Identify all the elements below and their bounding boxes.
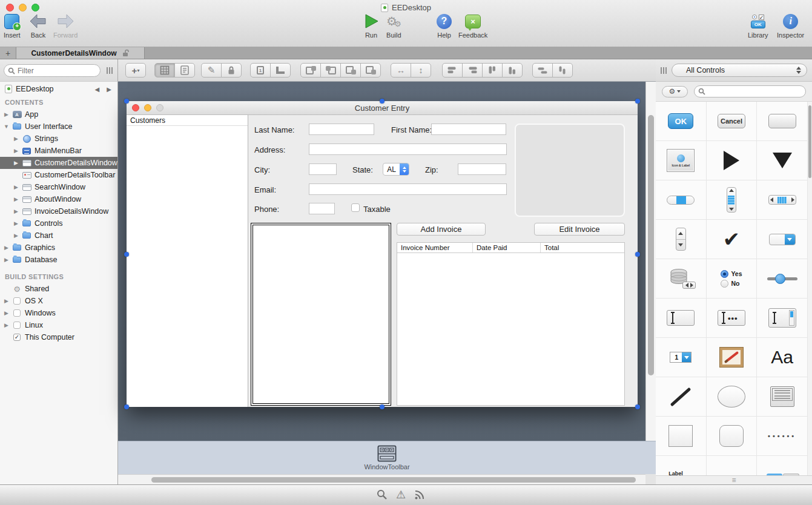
library-item-rounded-rectangle[interactable] <box>707 417 758 456</box>
nav-back-icon[interactable]: ◀ <box>95 86 100 93</box>
disclosure-icon[interactable]: ▼ <box>4 124 9 130</box>
sidebar-item-shared[interactable]: ▶⚙Shared <box>0 283 117 295</box>
disclosure-icon[interactable]: ▶ <box>13 136 19 142</box>
total-column[interactable]: Total <box>541 243 624 252</box>
sidebar-item-searchwindow[interactable]: ▶SearchWindow <box>0 181 117 193</box>
customers-listbox[interactable]: Customers <box>127 115 248 407</box>
filter-input[interactable] <box>18 67 84 75</box>
sidebar-item-controls[interactable]: ▶Controls <box>0 217 117 229</box>
sidebar-item-mainmenubar[interactable]: ▶MainMenuBar <box>0 145 117 157</box>
last-name-field[interactable] <box>309 124 374 135</box>
disclosure-icon[interactable]: ▶ <box>4 245 9 251</box>
new-tab-button[interactable]: + <box>0 47 16 59</box>
selection-handle[interactable] <box>635 99 640 104</box>
sidebar-item-customerdetailstoolbar[interactable]: ▶CustomerDetailsToolbar <box>0 169 117 181</box>
library-item-oval[interactable] <box>707 377 758 417</box>
align-top-button[interactable] <box>482 63 503 78</box>
phone-field[interactable] <box>309 203 335 214</box>
selection-handle[interactable] <box>124 99 129 104</box>
inspector-toggle-button[interactable]: i Inspector <box>777 12 804 39</box>
editor-horizontal-scrollbar[interactable] <box>118 474 645 484</box>
library-item-canvas[interactable] <box>707 338 758 377</box>
warnings-icon[interactable]: ⚠ <box>396 489 406 500</box>
disclosure-icon[interactable]: ▶ <box>13 208 19 214</box>
sidebar-item-user-interface[interactable]: ▼User Interface <box>0 120 117 133</box>
selection-handle[interactable] <box>635 252 640 257</box>
library-item-data-control[interactable] <box>656 259 707 299</box>
snap-left-button[interactable] <box>300 63 321 78</box>
library-settings-button[interactable]: ⚙ <box>662 86 688 97</box>
customers-column-header[interactable]: Customers <box>127 115 248 126</box>
first-name-field[interactable] <box>431 124 506 135</box>
run-button[interactable]: Run <box>363 12 379 39</box>
editor-vertical-scrollbar[interactable] <box>645 82 656 441</box>
library-item-password-field[interactable]: ••• <box>707 299 758 338</box>
library-item-push-button-default[interactable]: OK <box>656 102 707 141</box>
disclosure-icon[interactable]: ▶ <box>4 111 9 117</box>
library-item-popup-menu[interactable]: 1 <box>656 338 707 377</box>
checkbox-icon[interactable] <box>13 322 21 329</box>
library-item-line[interactable] <box>656 377 707 417</box>
library-item-text-field[interactable] <box>656 299 707 338</box>
selection-handle[interactable] <box>380 99 385 104</box>
add-control-button[interactable]: +▾ <box>125 63 146 78</box>
disclosure-icon[interactable]: ▶ <box>13 184 19 190</box>
invoice-number-column[interactable]: Invoice Number <box>397 243 473 252</box>
library-item-bevel-button[interactable]: Icon & Label <box>656 141 707 180</box>
back-button[interactable]: Back <box>29 12 47 39</box>
selection-handle[interactable] <box>380 404 385 409</box>
search-results-icon[interactable] <box>377 489 388 500</box>
nav-forward-icon[interactable]: ▶ <box>107 86 111 93</box>
selection-handle[interactable] <box>124 252 129 257</box>
snap-right-button[interactable] <box>320 63 341 78</box>
selection-handle[interactable] <box>635 404 640 409</box>
city-field[interactable] <box>309 163 337 175</box>
library-item-label[interactable]: Aa <box>757 338 808 377</box>
scrollbar-thumb[interactable] <box>151 477 636 483</box>
layout-view-button[interactable] <box>154 63 175 78</box>
disclosure-icon[interactable]: ▶ <box>4 310 9 316</box>
disclosure-icon[interactable]: ▶ <box>13 160 19 166</box>
library-item-checkbox[interactable]: ✔ <box>707 220 758 259</box>
designed-window[interactable]: Customer Entry Customers Last Name: Firs… <box>127 101 638 407</box>
build-button[interactable]: ⚙⚙ Build <box>386 12 401 39</box>
library-item-scrollbar-vertical[interactable] <box>707 180 758 220</box>
space-vertical-button[interactable] <box>552 63 573 78</box>
library-item-group-box[interactable]: Label <box>656 456 707 475</box>
notes-area[interactable] <box>251 223 391 406</box>
align-right-button[interactable] <box>462 63 483 78</box>
checkbox-icon[interactable] <box>13 309 21 317</box>
library-item-separator[interactable]: •••••• <box>757 417 808 456</box>
sidebar-item-this-computer[interactable]: ▶✓This Computer <box>0 331 117 343</box>
align-left-button[interactable] <box>442 63 463 78</box>
library-scrollbar[interactable] <box>808 102 812 475</box>
sidebar-item-customerdetailswindow[interactable]: ▶CustomerDetailsWindow <box>0 157 117 169</box>
project-row[interactable]: EEDesktop ◀▶ <box>0 82 117 96</box>
library-item-radio-buttons[interactable]: Yes No <box>707 259 758 299</box>
library-item-push-button[interactable] <box>757 102 808 141</box>
match-height-button[interactable]: ↕ <box>411 63 431 78</box>
sidebar-item-windows[interactable]: ▶Windows <box>0 307 117 319</box>
align-bottom-button[interactable] <box>502 63 523 78</box>
library-item-disclosure-triangle[interactable] <box>707 141 758 180</box>
disclosure-icon[interactable]: ▶ <box>4 322 9 328</box>
checkbox-icon[interactable] <box>13 297 21 305</box>
checkbox-checked-icon[interactable]: ✓ <box>13 334 21 341</box>
image-well[interactable] <box>515 124 625 217</box>
library-item-text-area[interactable] <box>757 299 808 338</box>
sidebar-item-strings[interactable]: ▶Strings <box>0 133 117 145</box>
sidebar-item-invoicedetailswindow[interactable]: ▶InvoiceDetailsWindow <box>0 205 117 217</box>
code-view-button[interactable] <box>174 63 195 78</box>
forward-button[interactable]: Forward <box>53 12 78 39</box>
windowtoolbar-label[interactable]: WindowToolbar <box>364 463 409 470</box>
sidebar-item-linux[interactable]: ▶Linux <box>0 319 117 331</box>
library-toggle-button[interactable]: ✓OK Library <box>748 12 768 39</box>
library-item-combo-box[interactable] <box>757 220 808 259</box>
zip-field[interactable] <box>458 163 506 175</box>
disclosure-icon[interactable]: ▶ <box>13 196 19 202</box>
selection-handle[interactable] <box>124 404 129 409</box>
snap-top-button[interactable] <box>340 63 361 78</box>
sidebar-item-aboutwindow[interactable]: ▶AboutWindow <box>0 193 117 205</box>
disclosure-icon[interactable]: ▶ <box>13 220 19 226</box>
library-item-updown-arrows[interactable] <box>656 220 707 259</box>
